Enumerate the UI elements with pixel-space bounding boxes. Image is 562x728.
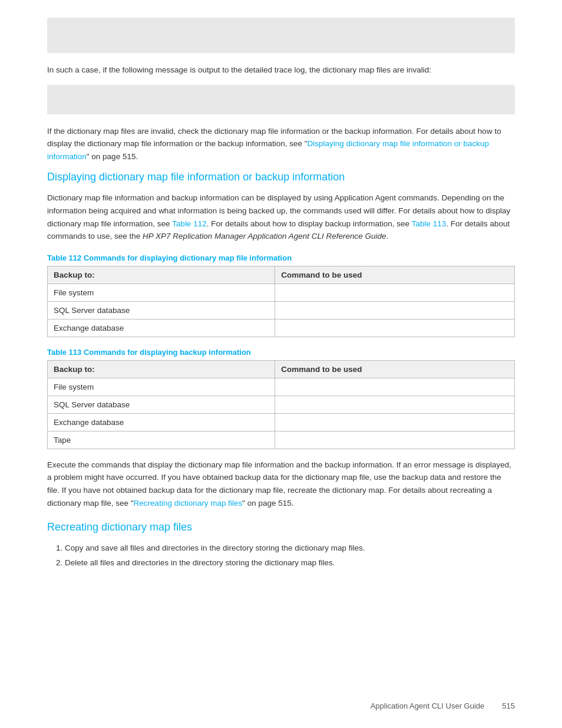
page-footer: Application Agent CLI User Guide 515: [371, 701, 515, 710]
section1-body2: Execute the commands that display the di…: [47, 459, 515, 509]
table113-row4-col1: Tape: [48, 431, 275, 449]
link-table113[interactable]: Table 113: [412, 219, 447, 228]
section2-heading: Recreating dictionary map files: [47, 521, 515, 533]
table112-caption: Table 112 Commands for displaying dictio…: [47, 253, 515, 262]
table112-row1-col1: File system: [48, 284, 275, 301]
table-row: SQL Server database: [48, 301, 515, 319]
table113-row2-col1: SQL Server database: [48, 396, 275, 413]
table113-row3-col2: [275, 413, 515, 431]
table113-row4-col2: [275, 431, 515, 449]
table112-header-backup: Backup to:: [48, 266, 275, 284]
table112-row1-col2: [275, 284, 515, 301]
table113-row2-col2: [275, 396, 515, 413]
footer-label: Application Agent CLI User Guide: [371, 701, 485, 710]
table-113: Backup to: Command to be used File syste…: [47, 360, 515, 449]
table112-row3-col2: [275, 319, 515, 337]
list-item: Copy and save all files and directories …: [65, 542, 515, 555]
page-content: In such a case, if the following message…: [0, 0, 562, 614]
table113-row1-col2: [275, 378, 515, 396]
intro-paragraph-2: If the dictionary map files are invalid,…: [47, 125, 515, 163]
table112-row2-col2: [275, 301, 515, 319]
table112-row3-col1: Exchange database: [48, 319, 275, 337]
table113-caption: Table 113 Commands for displaying backup…: [47, 348, 515, 357]
gray-box-middle: [47, 85, 515, 114]
table-row: SQL Server database: [48, 396, 515, 413]
link-recreating[interactable]: Recreating dictionary map files: [134, 499, 243, 508]
table113-header-backup: Backup to:: [48, 360, 275, 378]
section2-steps: Copy and save all files and directories …: [47, 542, 515, 570]
table-row: File system: [48, 378, 515, 396]
table113-row1-col1: File system: [48, 378, 275, 396]
table-112: Backup to: Command to be used File syste…: [47, 266, 515, 337]
table112-header-command: Command to be used: [275, 266, 515, 284]
list-item: Delete all files and directories in the …: [65, 556, 515, 570]
section1-body: Dictionary map file information and back…: [47, 192, 515, 242]
footer-page: 515: [502, 701, 515, 710]
table-row: Exchange database: [48, 413, 515, 431]
link-table112[interactable]: Table 112: [172, 219, 207, 228]
section1-heading: Displaying dictionary map file informati…: [47, 171, 515, 183]
table113-header-command: Command to be used: [275, 360, 515, 378]
table-row: Tape: [48, 431, 515, 449]
intro-paragraph-1: In such a case, if the following message…: [47, 64, 515, 77]
table113-row3-col1: Exchange database: [48, 413, 275, 431]
table-row: Exchange database: [48, 319, 515, 337]
link-displaying[interactable]: Displaying dictionary map file informati…: [47, 139, 489, 161]
guide-name: HP XP7 Replication Manager Application A…: [143, 232, 386, 241]
table112-row2-col1: SQL Server database: [48, 301, 275, 319]
table-row: File system: [48, 284, 515, 301]
gray-box-top: [47, 18, 515, 53]
